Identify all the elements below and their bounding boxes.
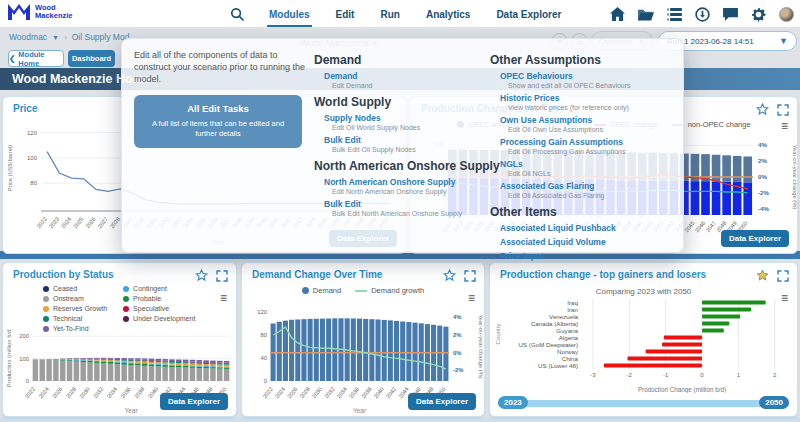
overlay-link-historic-prices[interactable]: Historic Prices	[500, 93, 680, 103]
favorite-star-filled-icon[interactable]	[756, 269, 769, 282]
overlay-link-associated-liquid-pushback[interactable]: Associated Liquid Pushback	[500, 223, 680, 233]
home-icon[interactable]	[610, 7, 625, 21]
svg-text:2025: 2025	[72, 216, 84, 230]
svg-text:2%: 2%	[453, 332, 461, 338]
svg-text:2026: 2026	[286, 386, 298, 400]
woodmac-logo[interactable]: WoodMackenzie	[8, 4, 73, 20]
breadcrumb-current[interactable]: Oil Supply Mod	[72, 32, 130, 42]
svg-text:0%: 0%	[453, 350, 461, 356]
legend-item[interactable]: Contingent	[123, 285, 195, 292]
svg-text:2046: 2046	[694, 220, 706, 234]
overlay-link-processing-gain-assumptions[interactable]: Processing Gain Assumptions	[500, 137, 680, 147]
legend-item[interactable]: Technical	[43, 315, 107, 322]
svg-text:120: 120	[257, 309, 267, 315]
svg-text:Production Change (million b/d: Production Change (million b/d)	[638, 386, 726, 393]
user-avatar[interactable]	[779, 7, 794, 22]
expand-icon[interactable]	[777, 270, 789, 282]
svg-text:-4%: -4%	[758, 205, 770, 212]
expand-icon[interactable]	[216, 270, 228, 282]
data-explorer-button[interactable]: Data Explorer	[408, 393, 476, 410]
overlay-link-description: Edit Oil Own Use Assumptions	[508, 126, 680, 133]
all-edit-tasks-button[interactable]: All Edit Tasks A full list of items that…	[134, 95, 302, 148]
overlay-link-associated-liquid-volume[interactable]: Associated Liquid Volume	[500, 237, 680, 247]
svg-text:-2%: -2%	[453, 367, 463, 373]
overlay-link-supply-nodes[interactable]: Supply Nodes	[324, 113, 486, 123]
dot-swatch	[43, 306, 49, 312]
nav-item-edit[interactable]: Edit	[334, 2, 357, 27]
slider-end-handle[interactable]: 2050	[759, 396, 789, 409]
demand-change-card: Demand Change Over Time ≡ DemandDemand g…	[241, 262, 485, 417]
svg-text:2042: 2042	[385, 386, 397, 400]
legend-item[interactable]: Reserves Growth	[43, 305, 107, 312]
gainers-losers-chart: -3-2-1012IraqIranVenezuelaCanada (Albert…	[492, 297, 794, 393]
overlay-section-heading: World Supply	[314, 95, 486, 109]
legend-label: Ceased	[53, 285, 77, 292]
svg-text:US (GoM Deepwater): US (GoM Deepwater)	[519, 341, 579, 348]
favorite-star-icon[interactable]	[195, 269, 208, 282]
overlay-link-opec-behaviours[interactable]: OPEC Behaviours	[500, 71, 680, 81]
gear-icon[interactable]	[751, 7, 766, 22]
data-explorer-button[interactable]: Data Explorer	[721, 230, 789, 247]
module-home-button[interactable]: ❮ Module Home	[8, 50, 64, 67]
svg-text:China: China	[562, 355, 579, 362]
svg-text:Year: Year	[124, 407, 138, 414]
overlay-link-price-input[interactable]: Price Input	[500, 251, 680, 261]
legend-label: Demand growth	[371, 286, 424, 295]
slider-start-handle[interactable]: 2023	[498, 396, 528, 409]
top-navbar: WoodMackenzie ModulesEditRunAnalyticsDat…	[0, 0, 800, 28]
tab-dashboard[interactable]: Dashboard	[68, 50, 115, 67]
legend-item[interactable]: Under Development	[123, 315, 195, 322]
nav-item-modules[interactable]: Modules	[267, 2, 312, 27]
favorite-star-icon[interactable]	[756, 103, 769, 116]
breadcrumb-root[interactable]: Woodmac	[9, 32, 47, 42]
legend-item[interactable]: Ceased	[43, 285, 107, 292]
dot-swatch	[123, 286, 129, 292]
svg-text:80: 80	[30, 180, 37, 186]
nav-items: ModulesEditRunAnalyticsData Explorer	[267, 2, 563, 27]
navbar-icons	[610, 0, 794, 28]
overlay-link-associated-gas-flaring[interactable]: Associated Gas Flaring	[500, 181, 680, 191]
overlay-link-bulk-edit[interactable]: Bulk Edit	[324, 135, 486, 145]
svg-text:2%: 2%	[758, 157, 767, 164]
expand-icon[interactable]	[464, 270, 476, 282]
svg-text:80: 80	[261, 332, 267, 338]
favorite-star-icon[interactable]	[443, 269, 456, 282]
svg-text:-2%: -2%	[758, 189, 770, 196]
nav-item-analytics[interactable]: Analytics	[424, 2, 472, 27]
legend-item[interactable]: Probable	[123, 295, 195, 302]
overlay-link-bulk-edit[interactable]: Bulk Edit	[324, 199, 486, 209]
overlay-link-demand[interactable]: Demand	[324, 71, 486, 81]
overlay-link-ngls[interactable]: NGLs	[500, 159, 680, 169]
svg-text:Canada (Alberta): Canada (Alberta)	[531, 320, 578, 327]
svg-text:2027: 2027	[97, 216, 109, 230]
nav-item-run[interactable]: Run	[378, 2, 401, 27]
year-range-slider[interactable]: 2023 2050	[498, 396, 789, 410]
svg-text:-2: -2	[627, 372, 633, 378]
svg-text:Price (US$/barrel): Price (US$/barrel)	[7, 145, 13, 191]
legend-item[interactable]: Speculative	[123, 305, 195, 312]
data-explorer-button[interactable]: Data Explorer	[160, 393, 228, 410]
stack-icon[interactable]	[667, 8, 682, 21]
chat-icon[interactable]	[723, 8, 738, 21]
nav-item-data-explorer[interactable]: Data Explorer	[494, 2, 563, 27]
svg-text:-3: -3	[590, 372, 596, 378]
expand-icon[interactable]	[777, 104, 789, 116]
overlay-assumptions-column: Other AssumptionsOPEC BehavioursShow and…	[490, 47, 680, 265]
svg-text:-1: -1	[663, 372, 669, 378]
svg-text:2022: 2022	[35, 216, 47, 230]
slider-track[interactable]	[498, 400, 789, 407]
search-icon[interactable]	[230, 7, 245, 22]
svg-text:Guyana: Guyana	[556, 327, 578, 334]
chevron-down-icon[interactable]: ▼	[52, 34, 59, 41]
legend-item[interactable]: Demand growth	[355, 286, 424, 295]
overlay-link-own-use-assumptions[interactable]: Own Use Assumptions	[500, 115, 680, 125]
overlay-supply-column: DemandDemandEdit DemandWorld SupplySuppl…	[314, 47, 486, 221]
legend-item[interactable]: Onstream	[43, 295, 107, 302]
card-menu-icon[interactable]: ≡	[220, 293, 227, 303]
legend-item[interactable]: Demand	[302, 286, 341, 295]
history-icon[interactable]	[695, 7, 710, 22]
overlay-link-north-american-onshore-supply[interactable]: North American Onshore Supply	[324, 177, 486, 187]
folder-icon[interactable]	[638, 8, 654, 21]
svg-text:4%: 4%	[758, 141, 767, 148]
card-tools	[756, 103, 789, 116]
